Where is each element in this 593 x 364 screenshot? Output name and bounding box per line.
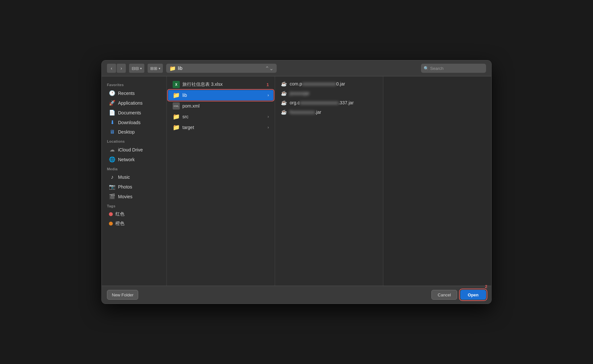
columns-icon: ⊟⊟ xyxy=(132,66,139,71)
file-name: src xyxy=(182,114,265,119)
sidebar-item-label: Music xyxy=(118,175,130,180)
sidebar: Favorites 🕐 Recents 🚀 Applications 📄 Doc… xyxy=(102,76,167,286)
downloads-icon: ⬇ xyxy=(109,119,115,125)
music-icon: ♪ xyxy=(109,174,115,180)
list-item[interactable]: ☕ org.cxxxxxxxxxxxxxxxxx.337.jar xyxy=(276,98,382,107)
file-name: target xyxy=(182,125,265,130)
sidebar-item-downloads[interactable]: ⬇ Downloads xyxy=(104,118,165,127)
media-label: Media xyxy=(102,164,166,172)
documents-icon: 📄 xyxy=(109,110,115,116)
file-name: com.pxxxxxxxxxxxxxxx0.jar xyxy=(290,81,377,86)
toolbar: ‹ › ⊟⊟ ▾ ⊞⊞ ▾ 📁 lib ⌃⌄ 🔍 xyxy=(102,60,491,76)
sidebar-item-label: Documents xyxy=(118,110,141,115)
list-item[interactable]: 📁 src › xyxy=(168,111,273,122)
sidebar-item-music[interactable]: ♪ Music xyxy=(104,173,165,182)
forward-button[interactable]: › xyxy=(117,64,126,73)
folder-icon: 📁 xyxy=(173,124,180,131)
sidebar-item-tag-orange[interactable]: 橙色 xyxy=(104,219,165,228)
sidebar-item-movies[interactable]: 🎬 Movies xyxy=(104,192,165,201)
sidebar-item-applications[interactable]: 🚀 Applications xyxy=(104,98,165,108)
sidebar-item-label: Downloads xyxy=(118,120,140,125)
sidebar-item-icloud[interactable]: ☁ iCloud Drive xyxy=(104,145,165,154)
path-arrows[interactable]: ⌃⌄ xyxy=(265,65,273,72)
file-name: org.cxxxxxxxxxxxxxxxxx.337.jar xyxy=(290,100,377,105)
file-panes: X 旅行社信息表 3.xlsx 1 📁 lib › XML pom.xml xyxy=(167,76,491,286)
sidebar-item-recents[interactable]: 🕐 Recents xyxy=(104,88,165,98)
jar-icon: ☕ xyxy=(281,90,287,96)
sidebar-item-documents[interactable]: 📄 Documents xyxy=(104,108,165,117)
file-pane-1: X 旅行社信息表 3.xlsx 1 📁 lib › XML pom.xml xyxy=(167,76,275,286)
back-button[interactable]: ‹ xyxy=(107,64,116,73)
folder-icon: 📁 xyxy=(173,113,180,120)
chevron-right-icon: › xyxy=(268,114,269,119)
cancel-button[interactable]: Cancel xyxy=(431,290,457,300)
file-pane-2: ☕ com.pxxxxxxxxxxxxxxx0.jar ☕ jxxxxxxjar… xyxy=(275,76,383,286)
sidebar-item-label: Photos xyxy=(118,184,132,189)
search-input[interactable] xyxy=(421,64,486,73)
excel-icon: X xyxy=(173,81,180,88)
icloud-icon: ☁ xyxy=(109,147,115,153)
network-icon: 🌐 xyxy=(109,156,115,162)
bottom-bar: New Folder Cancel Open 2 xyxy=(102,286,491,304)
sidebar-item-label: 橙色 xyxy=(115,221,125,227)
columns-dropdown-icon: ▾ xyxy=(140,67,142,70)
new-folder-button[interactable]: New Folder xyxy=(107,290,138,300)
file-name: 旅行社信息表 3.xlsx xyxy=(182,82,263,87)
sidebar-item-tag-red[interactable]: 红色 xyxy=(104,210,165,219)
tag-red-dot xyxy=(109,212,113,216)
list-item[interactable]: XML pom.xml xyxy=(168,101,273,111)
file-name: pom.xml xyxy=(182,103,269,109)
list-item[interactable]: ☕ hxxxxxxxxxx.jar xyxy=(276,108,382,117)
locations-label: Locations xyxy=(102,137,166,145)
list-item[interactable]: ☕ jxxxxxxjar xyxy=(276,89,382,98)
open-button[interactable]: Open xyxy=(460,290,486,300)
xml-icon: XML xyxy=(173,102,180,110)
list-item[interactable]: ☕ com.pxxxxxxxxxxxxxxx0.jar xyxy=(276,79,382,88)
badge-1: 1 xyxy=(267,82,269,87)
grid-dropdown-icon: ▾ xyxy=(159,67,160,70)
list-item[interactable]: X 旅行社信息表 3.xlsx 1 xyxy=(168,79,273,90)
file-name: hxxxxxxxxxx.jar xyxy=(290,110,377,115)
recents-icon: 🕐 xyxy=(109,90,115,96)
list-item[interactable]: 📁 target › xyxy=(168,122,273,133)
sidebar-item-label: Network xyxy=(118,157,135,162)
jar-icon: ☕ xyxy=(281,100,287,106)
sidebar-item-label: iCloud Drive xyxy=(118,147,143,152)
chevron-right-icon: › xyxy=(268,125,269,130)
desktop-icon: 🖥 xyxy=(109,129,115,135)
chevron-right-icon: › xyxy=(268,93,269,98)
sidebar-item-label: 红色 xyxy=(115,211,125,217)
photos-icon: 📷 xyxy=(109,184,115,190)
view-grid-button[interactable]: ⊞⊞ ▾ xyxy=(148,64,163,73)
grid-icon: ⊞⊞ xyxy=(150,66,157,71)
tag-orange-dot xyxy=(109,222,113,226)
search-wrapper: 🔍 xyxy=(421,64,486,73)
path-name: lib xyxy=(178,66,263,71)
sidebar-item-label: Desktop xyxy=(118,129,135,135)
folder-icon: 📁 xyxy=(173,92,180,99)
sidebar-item-label: Recents xyxy=(118,91,135,96)
badge-2: 2 xyxy=(485,284,487,289)
jar-icon: ☕ xyxy=(281,109,287,115)
tags-label: Tags xyxy=(102,202,166,209)
movies-icon: 🎬 xyxy=(109,193,115,200)
action-buttons: Cancel Open 2 xyxy=(431,290,486,300)
folder-icon: 📁 xyxy=(169,65,176,72)
sidebar-item-label: Applications xyxy=(118,100,143,106)
sidebar-item-photos[interactable]: 📷 Photos xyxy=(104,182,165,191)
file-dialog: ‹ › ⊟⊟ ▾ ⊞⊞ ▾ 📁 lib ⌃⌄ 🔍 Favorites 🕐 xyxy=(101,60,492,304)
sidebar-item-network[interactable]: 🌐 Network xyxy=(104,155,165,164)
sidebar-item-label: Movies xyxy=(118,194,132,199)
path-bar[interactable]: 📁 lib ⌃⌄ xyxy=(166,64,277,73)
sidebar-item-desktop[interactable]: 🖥 Desktop xyxy=(104,127,165,136)
file-name: lib xyxy=(182,93,265,98)
file-pane-3 xyxy=(383,76,491,286)
favorites-label: Favorites xyxy=(102,80,166,88)
jar-icon: ☕ xyxy=(281,81,287,87)
list-item[interactable]: 📁 lib › xyxy=(168,90,273,100)
view-columns-button[interactable]: ⊟⊟ ▾ xyxy=(129,64,144,73)
applications-icon: 🚀 xyxy=(109,100,115,106)
nav-buttons: ‹ › xyxy=(107,64,126,73)
main-area: Favorites 🕐 Recents 🚀 Applications 📄 Doc… xyxy=(102,76,491,286)
file-name: jxxxxxxjar xyxy=(290,91,377,96)
